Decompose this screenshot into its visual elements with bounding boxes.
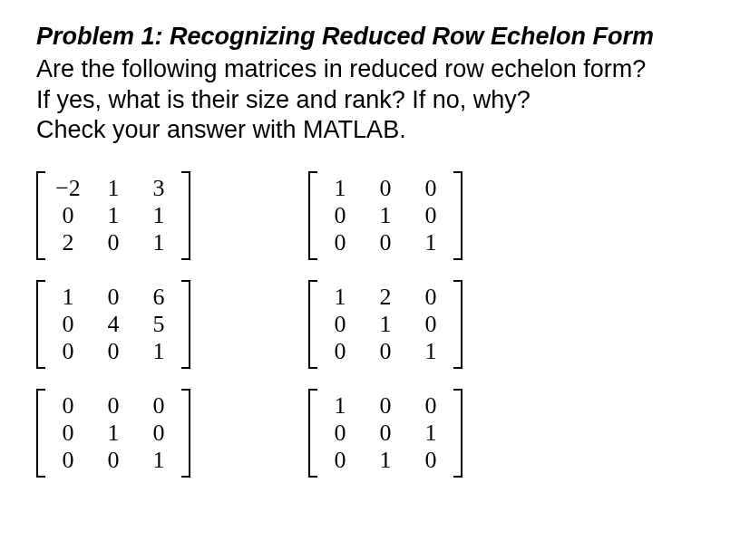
matrix-cell: 1 <box>363 447 408 474</box>
bracket-right-icon <box>453 280 462 369</box>
matrix-cell: 0 <box>45 311 91 338</box>
matrix-cell: 0 <box>363 392 408 420</box>
matrix-cell: 3 <box>136 175 181 202</box>
matrix-cell: 1 <box>408 420 453 447</box>
bracket-right-icon <box>453 171 462 260</box>
matrix-cell: 0 <box>317 202 363 229</box>
matrix-cell: 0 <box>45 420 91 447</box>
bracket-left-icon <box>36 171 45 260</box>
matrix-cell: 1 <box>408 338 453 365</box>
bracket-left-icon <box>308 389 317 478</box>
problem-text-line2: If yes, what is their size and rank? If … <box>36 85 704 116</box>
matrix-cell: 0 <box>45 447 91 474</box>
matrix-cell: 1 <box>136 229 181 256</box>
matrix-cell: 0 <box>317 420 363 447</box>
bracket-right-icon <box>453 389 462 478</box>
problem-text-line1: Are the following matrices in reduced ro… <box>36 54 704 85</box>
matrix-cell: 0 <box>136 420 181 447</box>
matrix-cell: 4 <box>91 311 136 338</box>
bracket-left-icon <box>308 280 317 369</box>
matrix-cell: 0 <box>317 311 363 338</box>
matrix-1: −213 011 201 <box>36 171 190 260</box>
matrix-cell: 0 <box>317 229 363 256</box>
matrix-cell: 1 <box>91 202 136 229</box>
problem-page: Problem 1: Recognizing Reduced Row Echel… <box>0 0 740 516</box>
matrix-cell: 0 <box>45 392 91 420</box>
bracket-right-icon <box>181 280 190 369</box>
matrix-cell: 0 <box>363 420 408 447</box>
matrix-cell: 0 <box>317 338 363 365</box>
matrix-cell: 0 <box>408 447 453 474</box>
bracket-left-icon <box>36 389 45 478</box>
matrix-cell: 0 <box>363 338 408 365</box>
matrix-2: 100 010 001 <box>308 171 462 260</box>
matrix-cell: 0 <box>91 338 136 365</box>
bracket-left-icon <box>36 280 45 369</box>
matrix-cell: 1 <box>91 420 136 447</box>
matrix-cell: 2 <box>45 229 91 256</box>
matrix-cell: 0 <box>363 229 408 256</box>
matrix-cell: 1 <box>363 311 408 338</box>
matrices-grid: −213 011 201 100 010 001 106 <box>36 171 704 478</box>
matrix-cell: 0 <box>91 392 136 420</box>
problem-text-line3: Check your answer with MATLAB. <box>36 115 704 146</box>
matrix-cell: 0 <box>91 229 136 256</box>
matrix-cell: 1 <box>91 175 136 202</box>
matrix-cell: 0 <box>91 447 136 474</box>
matrix-cell: 2 <box>363 284 408 311</box>
matrix-row-2: 106 045 001 120 010 001 <box>36 280 704 369</box>
matrix-cell: 1 <box>317 284 363 311</box>
matrix-4: 120 010 001 <box>308 280 462 369</box>
problem-title: Problem 1: Recognizing Reduced Row Echel… <box>36 22 704 53</box>
matrix-cell: 1 <box>136 202 181 229</box>
matrix-cell: 0 <box>136 392 181 420</box>
matrix-cell: 0 <box>45 338 91 365</box>
matrix-cell: 6 <box>136 284 181 311</box>
matrix-cell: 0 <box>408 392 453 420</box>
matrix-cell: 1 <box>45 284 91 311</box>
matrix-cell: 0 <box>408 202 453 229</box>
matrix-cell: 0 <box>408 175 453 202</box>
matrix-row-1: −213 011 201 100 010 001 <box>36 171 704 260</box>
matrix-cell: 0 <box>408 311 453 338</box>
matrix-cell: 5 <box>136 311 181 338</box>
matrix-cell: 1 <box>317 175 363 202</box>
matrix-cell: 1 <box>363 202 408 229</box>
matrix-cell: 0 <box>408 284 453 311</box>
matrix-cell: 0 <box>317 447 363 474</box>
matrix-cell: 1 <box>317 392 363 420</box>
matrix-cell: 1 <box>136 447 181 474</box>
matrix-row-3: 000 010 001 100 001 010 <box>36 389 704 478</box>
matrix-cell: −2 <box>45 175 91 202</box>
bracket-right-icon <box>181 389 190 478</box>
bracket-right-icon <box>181 171 190 260</box>
matrix-3: 106 045 001 <box>36 280 190 369</box>
matrix-cell: 0 <box>363 175 408 202</box>
matrix-cell: 1 <box>136 338 181 365</box>
bracket-left-icon <box>308 171 317 260</box>
matrix-cell: 0 <box>45 202 91 229</box>
matrix-cell: 0 <box>91 284 136 311</box>
matrix-cell: 1 <box>408 229 453 256</box>
matrix-5: 000 010 001 <box>36 389 190 478</box>
matrix-6: 100 001 010 <box>308 389 462 478</box>
